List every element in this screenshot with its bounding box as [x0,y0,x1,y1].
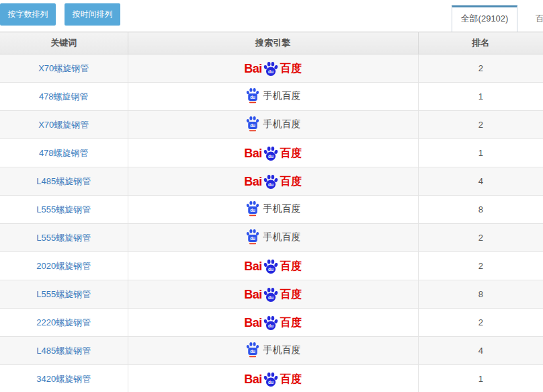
svg-text:du: du [250,123,255,128]
mobile-baidu: du 手机百度 [245,342,301,358]
keyword-ranking-page: 按字数排列 按时间排列 全部(29102) 百度 关键词 搜索引擎 排名 X70… [0,0,543,392]
table-row: L555螺旋钢管 du 手机百度 2 [0,224,543,252]
keyword-link[interactable]: 2220螺旋钢管 [36,317,91,327]
mobile-baidu-paw-icon: du [245,342,260,358]
table-row: 2020螺旋钢管 Bai du 百度 2 [0,252,543,280]
mobile-baidu-paw-icon: du [245,116,260,132]
sort-by-wordcount-button[interactable]: 按字数排列 [0,3,56,26]
baidu-logo-bai-text: Bai [244,63,262,75]
baidu-paw-icon: du [263,145,279,161]
mobile-baidu-label: 手机百度 [263,119,301,128]
rank-value: 1 [418,83,543,111]
keyword-cell: 2220螺旋钢管 [0,309,128,337]
keyword-link[interactable]: 478螺旋钢管 [39,91,89,102]
baidu-logo: Bai du 百度 [244,258,302,274]
engine-cell: Bai du 百度 [128,139,418,167]
keyword-cell: X70螺旋钢管 [0,111,128,139]
rank-value: 2 [418,54,543,83]
baidu-logo-chinese-text: 百度 [280,317,302,328]
sort-by-time-button[interactable]: 按时间排列 [65,3,120,26]
baidu-paw-icon: du [263,286,279,303]
baidu-logo-bai-text: Bai [244,147,262,159]
engine-cell: du 手机百度 [128,111,418,139]
mobile-baidu: du 手机百度 [245,200,301,217]
mobile-baidu-paw-icon: du [245,229,260,245]
baidu-logo: Bai du 百度 [244,286,302,303]
engine-cell: Bai du 百度 [128,280,418,309]
table-row: 3420螺旋钢管 Bai du 百度 1 [0,365,543,392]
table-row: L555螺旋钢管 du 手机百度 8 [0,196,543,224]
baidu-logo-chinese-text: 百度 [280,148,302,159]
baidu-paw-icon: du [263,173,279,190]
rank-value: 4 [418,337,543,365]
keyword-link[interactable]: 478螺旋钢管 [39,148,89,158]
table-row: 478螺旋钢管 Bai du 百度 1 [0,139,543,167]
keyword-cell: L485螺旋钢管 [0,337,128,365]
rank-value: 8 [418,196,543,224]
mobile-baidu: du 手机百度 [245,87,301,104]
tab-all[interactable]: 全部(29102) [452,5,517,32]
table-row: L555螺旋钢管 Bai du 百度 8 [0,280,543,309]
rank-value: 8 [418,280,543,309]
baidu-logo-chinese-text: 百度 [280,289,302,300]
svg-text:du: du [268,323,274,327]
keyword-link[interactable]: X70螺旋钢管 [38,120,89,130]
keyword-link[interactable]: L555螺旋钢管 [36,289,91,299]
keyword-link[interactable]: X70螺旋钢管 [38,63,89,73]
baidu-logo-chinese-text: 百度 [280,261,302,272]
baidu-paw-icon: du [263,61,279,77]
table-row: 2220螺旋钢管 Bai du 百度 2 [0,309,543,337]
baidu-logo-bai-text: Bai [244,317,262,329]
engine-cell: Bai du 百度 [128,365,418,392]
baidu-paw-icon: du [263,258,279,274]
svg-text:du: du [268,182,274,186]
svg-text:du: du [250,349,255,354]
baidu-paw-icon: du [263,371,279,387]
baidu-paw-icon: du [263,315,279,331]
svg-text:du: du [268,266,274,271]
table-row: L485螺旋钢管 Bai du 百度 4 [0,167,543,196]
keyword-cell: L555螺旋钢管 [0,196,128,224]
baidu-logo: Bai du 百度 [244,173,302,190]
svg-text:du: du [268,69,274,73]
svg-text:du: du [250,208,255,212]
column-header-rank: 排名 [418,32,543,54]
engine-cell: Bai du 百度 [128,167,418,196]
keyword-cell: 478螺旋钢管 [0,83,128,111]
baidu-logo-chinese-text: 百度 [280,63,302,74]
keyword-link[interactable]: 3420螺旋钢管 [36,374,91,384]
column-header-engine: 搜索引擎 [128,32,418,54]
keyword-link[interactable]: L485螺旋钢管 [36,176,91,186]
mobile-baidu: du 手机百度 [245,116,301,132]
svg-text:du: du [268,295,274,299]
rank-value: 2 [418,224,543,252]
keyword-rank-table: 关键词 搜索引擎 排名 X70螺旋钢管 Bai d [0,32,543,392]
keyword-cell: L555螺旋钢管 [0,280,128,309]
mobile-baidu-label: 手机百度 [263,204,301,213]
mobile-baidu-label: 手机百度 [263,345,301,354]
baidu-logo: Bai du 百度 [244,61,302,77]
keyword-cell: L555螺旋钢管 [0,224,128,252]
svg-text:du: du [250,95,255,100]
baidu-logo-bai-text: Bai [244,373,262,385]
engine-cell: du 手机百度 [128,337,418,365]
keyword-cell: 478螺旋钢管 [0,139,128,167]
table-header-row: 关键词 搜索引擎 排名 [0,32,543,54]
keyword-link[interactable]: L555螺旋钢管 [36,204,91,214]
keyword-link[interactable]: L555螺旋钢管 [36,233,91,243]
keyword-cell: 2020螺旋钢管 [0,252,128,280]
rank-value: 1 [418,365,543,392]
svg-text:du: du [268,379,274,384]
mobile-baidu-paw-icon: du [245,87,260,104]
keyword-link[interactable]: L485螺旋钢管 [36,346,91,356]
baidu-logo-bai-text: Bai [244,175,262,188]
table-row: L485螺旋钢管 du 手机百度 4 [0,337,543,365]
rank-value: 1 [418,139,543,167]
table-row: 478螺旋钢管 du 手机百度 1 [0,83,543,111]
keyword-link[interactable]: 2020螺旋钢管 [36,261,91,271]
baidu-logo: Bai du 百度 [244,145,302,161]
tab-baidu[interactable]: 百度 [517,5,543,32]
keyword-cell: 3420螺旋钢管 [0,365,128,392]
table-row: X70螺旋钢管 Bai du 百度 2 [0,54,543,83]
baidu-logo-bai-text: Bai [244,260,262,272]
